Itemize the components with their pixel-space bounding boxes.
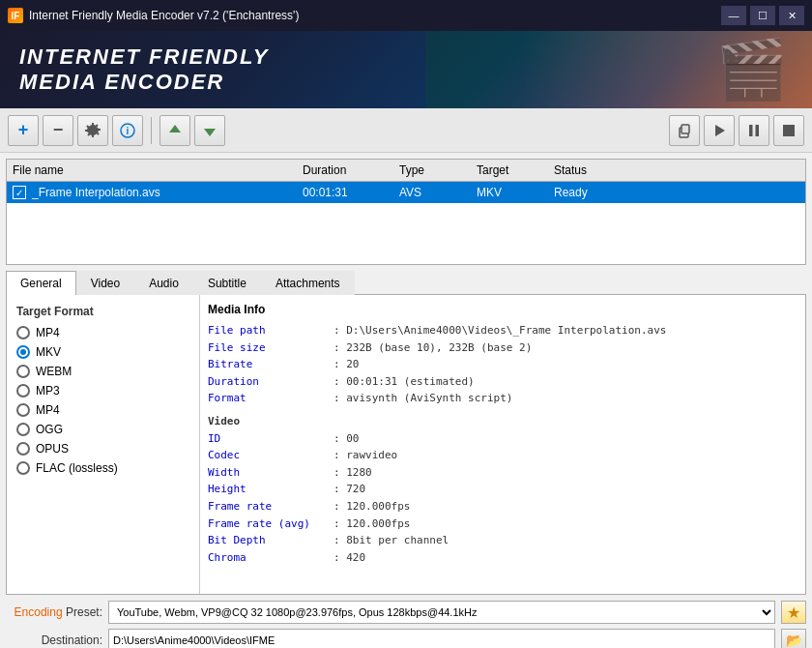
- svg-text:i: i: [127, 126, 130, 136]
- remove-button[interactable]: −: [43, 115, 73, 146]
- file-type: AVS: [399, 186, 477, 199]
- svg-rect-4: [749, 125, 753, 136]
- info-height: Height : 720: [208, 481, 798, 498]
- radio-mp4-1-label: MP4: [36, 326, 60, 339]
- radio-mkv-label: MKV: [36, 345, 61, 359]
- info-codec: Codec : rawvideo: [208, 447, 798, 464]
- tab-attachments[interactable]: Attachments: [261, 271, 355, 295]
- info-chroma: Chroma : 420: [208, 549, 798, 567]
- radio-mp4-1-indicator: [16, 326, 30, 339]
- info-width: Width : 1280: [208, 464, 798, 482]
- file-list-header: File name Duration Type Target Status: [7, 160, 805, 182]
- file-list-body: ✓ _Frame Interpolation.avs 00:01:31 AVS …: [7, 182, 805, 203]
- format-webm[interactable]: WEBM: [16, 365, 189, 378]
- info-duration: Duration : 00:01:31 (estimated): [208, 373, 798, 391]
- stop-icon: [781, 123, 797, 138]
- svg-rect-3: [682, 125, 689, 133]
- encoding-preset-select[interactable]: YouTube, Webm, VP9@CQ 32 1080p@23.976fps…: [108, 601, 775, 624]
- stop-button[interactable]: [773, 115, 804, 146]
- info-bitdepth: Bit Depth : 8bit per channel: [208, 532, 798, 549]
- info-video-section: Video: [208, 407, 798, 430]
- col-header-filename: File name: [13, 163, 303, 177]
- copy-icon: [677, 123, 692, 138]
- move-down-button[interactable]: [194, 115, 225, 146]
- app-title-line1: Internet Friendly: [19, 44, 269, 70]
- tabs-area: General Video Audio Subtitle Attachments…: [6, 271, 806, 595]
- destination-input[interactable]: [108, 629, 775, 648]
- destination-label: Destination:: [6, 633, 102, 647]
- play-icon: [711, 123, 727, 138]
- info-button[interactable]: i: [112, 115, 143, 146]
- radio-flac-indicator: [16, 461, 30, 475]
- file-checkbox[interactable]: ✓: [13, 186, 26, 199]
- radio-mp3-label: MP3: [36, 384, 60, 398]
- maximize-button[interactable]: ☐: [750, 6, 775, 25]
- info-filesize: File size : 232B (base 10), 232B (base 2…: [208, 339, 798, 357]
- tab-video[interactable]: Video: [76, 271, 134, 295]
- star-preset-button[interactable]: ★: [781, 601, 806, 624]
- media-info-content[interactable]: File path : D:\Users\Anime4000\Videos\_F…: [208, 322, 798, 583]
- info-format: Format : avisynth (AviSynth script): [208, 390, 798, 407]
- col-header-status: Status: [554, 163, 799, 177]
- tab-audio[interactable]: Audio: [134, 271, 193, 295]
- radio-ogg-indicator: [16, 423, 30, 436]
- move-up-button[interactable]: [160, 115, 190, 146]
- encoding-accent: Encoding: [14, 605, 63, 619]
- radio-flac-label: FLAC (lossless): [36, 461, 118, 475]
- svg-rect-6: [783, 125, 795, 136]
- folder-icon: 📂: [786, 633, 802, 648]
- radio-ogg-label: OGG: [36, 423, 63, 436]
- tab-general[interactable]: General: [6, 271, 76, 295]
- radio-opus-label: OPUS: [36, 442, 69, 456]
- play-button[interactable]: [704, 115, 735, 146]
- browse-destination-button[interactable]: 📂: [781, 629, 806, 648]
- radio-mp4-2-label: MP4: [36, 403, 60, 417]
- close-button[interactable]: ✕: [779, 6, 804, 25]
- info-framerate: Frame rate : 120.000fps: [208, 498, 798, 515]
- banner-decoration: [425, 31, 812, 108]
- info-bitrate: Bitrate : 20: [208, 356, 798, 373]
- file-target: MKV: [477, 186, 554, 199]
- radio-mp4-2-indicator: [16, 403, 30, 417]
- file-duration: 00:01:31: [303, 186, 399, 199]
- format-mp4-2[interactable]: MP4: [16, 403, 189, 417]
- radio-opus-indicator: [16, 442, 30, 456]
- up-arrow-icon: [167, 123, 183, 138]
- toolbar-separator-1: [151, 117, 152, 144]
- file-name: _Frame Interpolation.avs: [32, 186, 160, 199]
- radio-webm-label: WEBM: [36, 365, 72, 378]
- down-arrow-icon: [202, 123, 218, 138]
- table-row[interactable]: ✓ _Frame Interpolation.avs 00:01:31 AVS …: [7, 182, 805, 203]
- info-framerate-avg: Frame rate (avg) : 120.000fps: [208, 515, 798, 533]
- copy-button[interactable]: [669, 115, 700, 146]
- format-mkv[interactable]: MKV: [16, 345, 189, 359]
- encoding-preset-row: Encoding Preset: YouTube, Webm, VP9@CQ 3…: [6, 601, 806, 624]
- window-controls: — ☐ ✕: [721, 6, 804, 25]
- format-opus[interactable]: OPUS: [16, 442, 189, 456]
- add-button[interactable]: +: [8, 115, 39, 146]
- destination-row: Destination: 📂: [6, 629, 806, 648]
- media-info-title: Media Info: [208, 303, 798, 316]
- title-bar: IF Internet Friendly Media Encoder v7.2 …: [0, 0, 812, 31]
- gear-icon: [85, 123, 101, 138]
- app-title: Internet Friendly Media Encoder: [19, 44, 269, 95]
- radio-mkv-indicator: [16, 345, 30, 359]
- pause-button[interactable]: [739, 115, 769, 146]
- toolbar: + − i: [0, 108, 812, 153]
- left-panel: Target Format MP4 MKV WEBM MP3: [7, 295, 200, 594]
- main-content: Target Format MP4 MKV WEBM MP3: [6, 295, 806, 595]
- pause-icon: [746, 123, 762, 138]
- col-header-target: Target: [477, 163, 554, 177]
- format-mp3[interactable]: MP3: [16, 384, 189, 398]
- bottom-bar: Encoding Preset: YouTube, Webm, VP9@CQ 3…: [6, 601, 806, 648]
- svg-rect-5: [756, 125, 760, 136]
- app-title-line2: Media Encoder: [19, 70, 269, 95]
- col-header-duration: Duration: [303, 163, 399, 177]
- app-icon: IF: [8, 8, 23, 23]
- tab-subtitle[interactable]: Subtitle: [193, 271, 261, 295]
- settings-button[interactable]: [77, 115, 108, 146]
- minimize-button[interactable]: —: [721, 6, 746, 25]
- format-ogg[interactable]: OGG: [16, 423, 189, 436]
- format-mp4-1[interactable]: MP4: [16, 326, 189, 339]
- format-flac[interactable]: FLAC (lossless): [16, 461, 189, 475]
